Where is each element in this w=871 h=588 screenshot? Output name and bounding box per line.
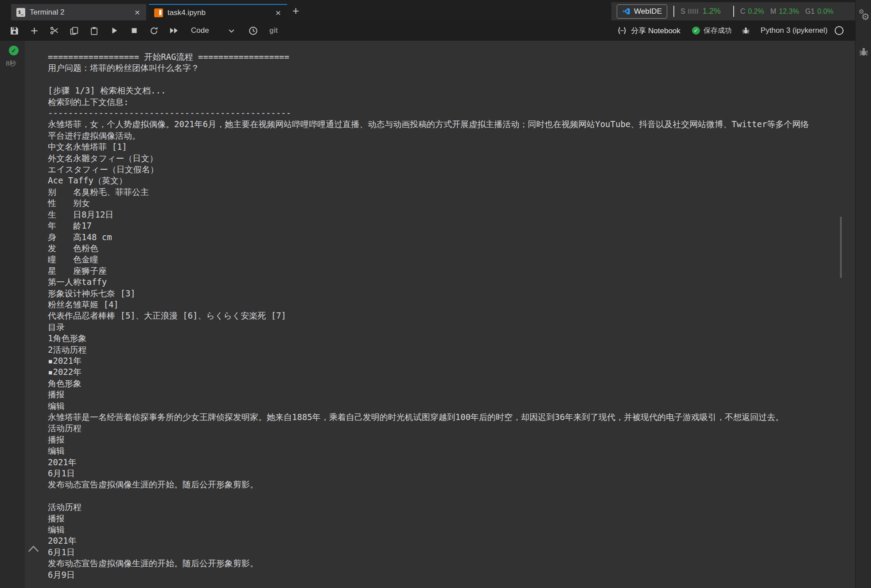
run-cell-button[interactable]	[104, 23, 124, 39]
execution-time: 8秒	[6, 59, 16, 68]
output-line: ▪2021年	[48, 355, 809, 366]
git-menu[interactable]: git	[269, 27, 278, 35]
stop-icon	[131, 27, 138, 34]
output-line: 6月1日	[48, 468, 809, 479]
output-line: 年 龄17	[48, 220, 809, 231]
share-label: 分享 Notebook	[631, 26, 680, 36]
signal-bars-icon	[688, 9, 698, 14]
right-activity-strip: ⚙ ⚙	[855, 0, 871, 588]
cpu-stat-label: C	[740, 8, 746, 16]
webide-window: $_ Terminal 2 × task4.ipynb × + WebIDE S	[0, 0, 871, 588]
output-line: 2021年	[48, 535, 809, 546]
bug-icon	[742, 27, 750, 35]
cell-gutter	[0, 41, 25, 588]
output-line: 外文名永雛タフィー（日文）	[48, 153, 809, 164]
output-line: 平台进行虚拟偶像活动。	[48, 130, 809, 141]
settings-gears-icon[interactable]: ⚙ ⚙	[857, 8, 871, 26]
output-line: 星 座狮子座	[48, 265, 809, 276]
output-line: 发布动态宣告虚拟偶像生涯的开始。随后公开形象剪影。	[48, 479, 809, 490]
storage-stat-label: S	[680, 8, 685, 16]
output-line: ----------------------------------------…	[48, 108, 809, 119]
stop-kernel-button[interactable]	[124, 23, 144, 39]
tab-terminal-2[interactable]: $_ Terminal 2 ×	[11, 4, 146, 20]
cell-type-dropdown[interactable]: Code	[191, 26, 209, 35]
output-line	[48, 74, 809, 85]
vscode-logo-icon	[622, 7, 630, 16]
output-line: 2021年	[48, 457, 809, 468]
clock-icon	[249, 26, 258, 35]
chevron-up-icon[interactable]	[27, 545, 39, 553]
gpu-stat-label: G1	[805, 8, 814, 16]
new-tab-button[interactable]: +	[292, 5, 299, 16]
share-icon	[617, 26, 627, 35]
resource-stats-bar: WebIDE S 1.2% C 0.2% M 12.3% G1 0.0%	[611, 2, 855, 20]
output-line: 编辑	[48, 401, 809, 412]
close-icon[interactable]: ×	[275, 8, 282, 17]
add-cell-button[interactable]	[24, 23, 44, 39]
output-line: 播报	[48, 513, 809, 524]
history-button[interactable]	[249, 26, 258, 35]
share-notebook-button[interactable]: 分享 Notebook	[617, 26, 680, 36]
output-line: 形象设计神乐七奈 [3]	[48, 288, 809, 299]
output-line: 粉丝名雏草姬 [4]	[48, 299, 809, 310]
restart-icon	[150, 27, 158, 35]
debug-panel-icon[interactable]	[859, 47, 869, 57]
notebook-icon	[154, 8, 163, 17]
output-line: 永雏塔菲，女，个人势虚拟偶像。2021年6月，她主要在视频网站哔哩哔哩通过直播、…	[48, 119, 809, 130]
debugger-button[interactable]	[742, 27, 750, 35]
chevron-down-icon[interactable]	[228, 27, 235, 35]
memory-stat-value: 12.3%	[779, 8, 799, 16]
output-line	[48, 491, 809, 502]
output-line: 身 高148 cm	[48, 232, 809, 243]
output-line: 发布动态宣告虚拟偶像生涯的开始。随后公开形象剪影。	[48, 558, 809, 569]
webide-label: WebIDE	[634, 7, 662, 16]
memory-stat-label: M	[770, 8, 776, 16]
copy-cell-button[interactable]	[64, 23, 84, 39]
paste-cell-button[interactable]	[84, 23, 104, 39]
output-line: 编辑	[48, 445, 809, 456]
output-line: 性 别女	[48, 198, 809, 209]
output-line: 播报	[48, 389, 809, 400]
tab-bar: $_ Terminal 2 × task4.ipynb × + WebIDE S	[0, 0, 855, 20]
output-line: [步骤 1/3] 检索相关文档...	[48, 85, 809, 96]
check-circle-icon: ✓	[692, 27, 700, 35]
output-line: 1角色形象	[48, 333, 809, 344]
storage-stat-value: 1.2%	[703, 7, 721, 16]
play-icon	[110, 27, 118, 35]
notebook-cell-output-area: ✓ 8秒 ================== 开始RAG流程 ========…	[0, 41, 855, 588]
output-line: 6月1日	[48, 547, 809, 558]
fast-forward-icon	[169, 27, 179, 35]
tab-label: Terminal 2	[30, 8, 129, 17]
output-line: 角色形象	[48, 378, 809, 389]
paste-icon	[90, 27, 98, 35]
cut-cell-button[interactable]	[44, 23, 64, 39]
webide-button[interactable]: WebIDE	[617, 4, 667, 19]
output-text: ================== 开始RAG流程 =============…	[48, 51, 809, 580]
kernel-selector[interactable]: Python 3 (ipykernel)	[761, 26, 828, 35]
scrollbar-thumb[interactable]	[840, 217, 842, 278]
tab-label: task4.ipynb	[167, 8, 270, 17]
notebook-toolbar: Code git 分享 Notebook ✓ 保存成功 Python 3 (ip	[0, 20, 855, 41]
kernel-status-icon	[835, 26, 844, 35]
output-line: 活动历程	[48, 423, 809, 434]
close-icon[interactable]: ×	[134, 8, 141, 17]
save-status-label: 保存成功	[704, 26, 732, 35]
tab-task4-notebook[interactable]: task4.ipynb ×	[149, 4, 287, 20]
output-line: Ace Taffy（英文）	[48, 175, 809, 186]
output-line: 代表作品忍者棒棒 [5]、大正浪漫 [6]、らくらく安楽死 [7]	[48, 310, 809, 321]
output-line: 第一人称taffy	[48, 276, 809, 288]
output-line: 活动历程	[48, 502, 809, 513]
output-line: 发 色粉色	[48, 243, 809, 254]
save-status: ✓ 保存成功	[692, 26, 732, 35]
save-button[interactable]	[4, 23, 24, 39]
output-line: 检索到的上下文信息:	[48, 97, 809, 108]
output-line: 用户问题：塔菲的粉丝团体叫什么名字？	[48, 62, 809, 74]
run-all-button[interactable]	[164, 23, 184, 39]
divider	[733, 6, 734, 17]
gpu-stat-value: 0.0%	[817, 8, 833, 16]
output-line: ================== 开始RAG流程 =============…	[48, 51, 809, 62]
divider	[673, 6, 674, 17]
save-icon	[10, 27, 19, 35]
restart-kernel-button[interactable]	[144, 23, 164, 39]
output-line: 别 名臭粉毛、菲菲公主	[48, 187, 809, 198]
